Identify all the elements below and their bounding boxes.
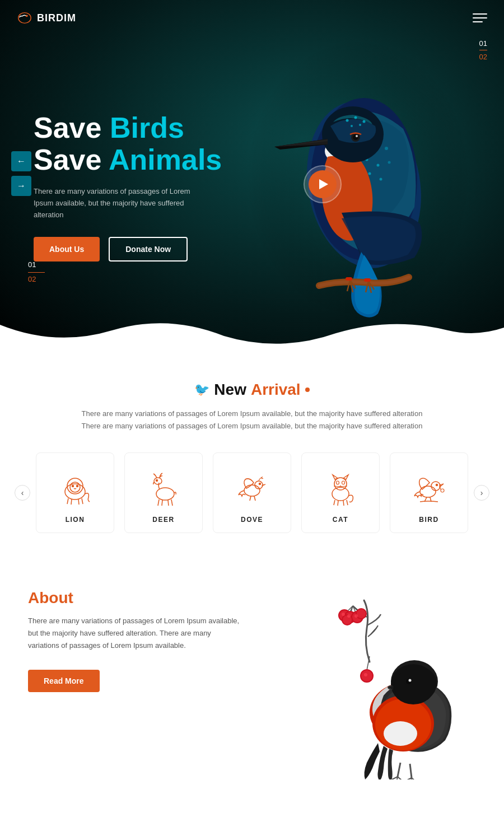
svg-point-13	[377, 164, 380, 167]
svg-line-64	[343, 501, 344, 506]
new-arrival-bird-icon: 🐦	[194, 382, 209, 397]
svg-line-105	[410, 764, 412, 778]
slide-counter-bottom: 01 02	[28, 259, 45, 286]
about-description: There are many variations of passages of…	[28, 615, 241, 652]
svg-point-40	[77, 485, 78, 487]
svg-marker-55	[333, 475, 338, 479]
donate-now-button[interactable]: Donate Now	[109, 237, 188, 262]
logo-text: BIRDIM	[37, 12, 76, 24]
hero-section: BIRDIM 01 02	[0, 0, 504, 347]
new-arrival-dot	[305, 388, 310, 392]
svg-point-99	[384, 721, 417, 746]
svg-point-26	[359, 124, 361, 126]
hero-title-line1: Save Birds	[34, 111, 184, 144]
hero-subtitle: There are many variations of passages of…	[34, 186, 207, 221]
about-section: About There are many variations of passa…	[0, 555, 504, 779]
svg-point-58	[342, 481, 345, 484]
animal-card-deer[interactable]: DEER	[124, 452, 203, 533]
svg-line-104	[398, 763, 400, 777]
svg-point-11	[385, 147, 388, 150]
svg-line-51	[254, 496, 255, 501]
animals-next-arrow[interactable]: ›	[474, 485, 489, 501]
animals-slider: ‹	[22, 452, 482, 533]
next-arrow[interactable]: →	[11, 176, 31, 196]
svg-line-35	[67, 498, 68, 504]
bird-icon	[409, 469, 449, 508]
svg-point-33	[67, 478, 83, 494]
new-arrival-description: There are many variations of passages of…	[78, 408, 426, 432]
svg-point-71	[436, 484, 438, 486]
svg-line-65	[347, 500, 348, 505]
svg-point-39	[72, 485, 74, 487]
svg-rect-30	[346, 277, 352, 281]
svg-point-88	[347, 614, 351, 618]
hamburger-menu[interactable]	[473, 13, 487, 22]
svg-point-48	[244, 485, 260, 496]
animal-card-cat[interactable]: CAT	[301, 452, 380, 533]
lion-label: LION	[66, 516, 85, 524]
svg-line-45	[168, 500, 169, 506]
nav-arrows: ← →	[11, 151, 31, 196]
svg-line-43	[158, 499, 159, 506]
new-arrival-plain: New	[214, 381, 246, 399]
wave-divider	[0, 291, 504, 347]
new-arrival-title: 🐦 New Arrival	[22, 381, 482, 399]
animals-prev-arrow[interactable]: ‹	[15, 485, 30, 501]
svg-line-62	[334, 500, 335, 505]
svg-point-17	[380, 178, 382, 181]
svg-point-52	[259, 483, 261, 485]
svg-point-29	[356, 135, 358, 137]
svg-line-36	[71, 499, 72, 505]
logo: BIRDIM	[17, 10, 76, 26]
hero-title-line2: Save Animals	[34, 143, 222, 176]
new-arrival-section: 🐦 New Arrival There are many variations …	[0, 347, 504, 555]
svg-point-15	[388, 161, 391, 164]
svg-point-32	[65, 484, 85, 499]
svg-point-87	[342, 613, 345, 616]
svg-rect-31	[364, 278, 371, 282]
hero-buttons: About Us Donate Now	[34, 237, 222, 262]
cat-icon	[321, 469, 360, 508]
animals-grid: LION	[36, 452, 468, 533]
svg-point-57	[337, 481, 339, 484]
dove-icon	[232, 469, 272, 508]
read-more-button[interactable]: Read More	[28, 670, 100, 692]
svg-point-89	[354, 614, 358, 618]
svg-point-1	[26, 15, 28, 17]
svg-point-70	[441, 489, 444, 492]
animal-card-lion[interactable]: LION	[36, 452, 114, 533]
svg-point-47	[156, 480, 158, 482]
svg-point-67	[431, 482, 440, 491]
svg-point-53	[332, 487, 349, 501]
logo-bird-icon	[17, 10, 32, 26]
bird-label: BIRD	[419, 516, 438, 524]
hero-content: Save Birds Save Animals There are many v…	[34, 112, 222, 262]
hero-title: Save Birds Save Animals	[34, 112, 222, 176]
svg-line-46	[171, 499, 172, 506]
svg-point-28	[353, 134, 358, 140]
svg-point-66	[420, 486, 436, 497]
about-us-button[interactable]: About Us	[34, 237, 100, 262]
svg-line-37	[78, 499, 79, 505]
svg-point-103	[409, 679, 412, 682]
deer-icon	[144, 469, 183, 508]
svg-point-84	[357, 609, 366, 618]
deer-label: DEER	[152, 516, 174, 524]
svg-line-63	[338, 501, 338, 506]
play-button[interactable]	[304, 165, 342, 203]
animal-card-dove[interactable]: DOVE	[213, 452, 291, 533]
svg-point-16	[368, 172, 371, 175]
about-bird-image	[280, 583, 493, 779]
svg-line-44	[162, 500, 162, 506]
new-arrival-accent: Arrival	[251, 381, 301, 399]
svg-line-50	[250, 496, 251, 501]
svg-line-38	[82, 498, 83, 504]
animal-card-bird[interactable]: BIRD	[390, 452, 468, 533]
svg-point-41	[156, 488, 174, 500]
header: BIRDIM	[0, 0, 504, 36]
svg-point-93	[364, 673, 367, 676]
svg-point-22	[346, 119, 349, 122]
svg-point-24	[363, 120, 366, 123]
prev-arrow[interactable]: ←	[11, 151, 31, 171]
svg-point-23	[354, 116, 357, 119]
